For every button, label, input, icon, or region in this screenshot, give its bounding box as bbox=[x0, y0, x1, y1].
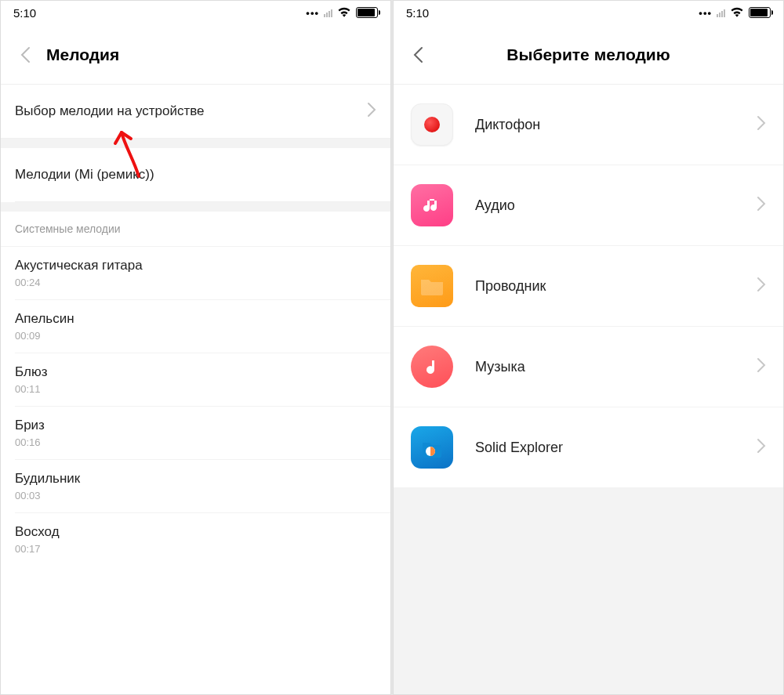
music-icon bbox=[411, 346, 453, 388]
song-row[interactable]: Бриз 00:16 bbox=[15, 407, 390, 460]
status-icons: ••• bbox=[699, 6, 771, 20]
song-row[interactable]: Будильник 00:03 bbox=[15, 460, 390, 513]
app-label: Аудио bbox=[453, 197, 757, 214]
song-duration: 00:11 bbox=[15, 383, 376, 395]
status-icons: ••• bbox=[306, 6, 378, 20]
app-row-audio[interactable]: Аудио bbox=[394, 165, 783, 246]
wifi-icon bbox=[730, 6, 744, 20]
song-duration: 00:24 bbox=[15, 277, 376, 288]
app-label: Диктофон bbox=[453, 117, 757, 133]
header-left: Мелодия bbox=[1, 24, 390, 85]
song-title: Апельсин bbox=[15, 311, 376, 327]
song-row[interactable]: Блюз 00:11 bbox=[15, 353, 390, 407]
app-row-files[interactable]: Проводник bbox=[394, 246, 783, 327]
song-title: Будильник bbox=[15, 471, 376, 487]
mi-remix-row[interactable]: Мелодии (Mi (ремикс)) bbox=[15, 148, 390, 202]
status-bar: 5:10 ••• bbox=[1, 1, 390, 24]
song-duration: 00:09 bbox=[15, 330, 376, 342]
song-duration: 00:17 bbox=[15, 543, 376, 555]
song-duration: 00:16 bbox=[15, 436, 376, 448]
system-melodies-header: Системные мелодии bbox=[1, 212, 390, 247]
chevron-right-icon bbox=[757, 357, 766, 376]
battery-icon bbox=[749, 7, 771, 18]
status-time: 5:10 bbox=[406, 6, 429, 20]
files-icon bbox=[411, 265, 453, 307]
signal-icon bbox=[717, 8, 725, 17]
app-row-music[interactable]: Музыка bbox=[394, 327, 783, 407]
chevron-right-icon bbox=[757, 438, 766, 457]
song-title: Акустическая гитара bbox=[15, 258, 376, 273]
more-dots-icon: ••• bbox=[699, 7, 712, 19]
signal-icon bbox=[324, 8, 332, 17]
app-label: Solid Explorer bbox=[453, 440, 757, 456]
phone-left: 5:10 ••• Мелодия Выбор мелодии на устрой… bbox=[0, 0, 391, 695]
chevron-right-icon bbox=[367, 102, 376, 121]
chevron-right-icon bbox=[757, 115, 766, 134]
app-row-solid-explorer[interactable]: Solid Explorer bbox=[394, 407, 783, 488]
song-row[interactable]: Акустическая гитара 00:24 bbox=[15, 247, 390, 300]
app-row-recorder[interactable]: Диктофон bbox=[394, 85, 783, 165]
section-gap bbox=[1, 202, 390, 212]
section-gap bbox=[1, 139, 390, 148]
song-row[interactable]: Апельсин 00:09 bbox=[15, 300, 390, 353]
recorder-icon bbox=[411, 103, 453, 146]
song-title: Восход bbox=[15, 524, 376, 540]
battery-icon bbox=[356, 7, 378, 18]
chevron-right-icon bbox=[757, 196, 766, 215]
audio-icon bbox=[411, 184, 453, 226]
chevron-right-icon bbox=[757, 277, 766, 295]
mi-remix-label: Мелодии (Mi (ремикс)) bbox=[15, 167, 376, 183]
choose-on-device-row[interactable]: Выбор мелодии на устройстве bbox=[1, 85, 390, 139]
status-time: 5:10 bbox=[13, 6, 36, 20]
app-label: Проводник bbox=[453, 278, 757, 295]
solid-explorer-icon bbox=[411, 426, 453, 469]
chevron-left-icon bbox=[20, 46, 31, 63]
back-button[interactable] bbox=[13, 43, 37, 67]
app-label: Музыка bbox=[453, 359, 757, 375]
song-title: Блюз bbox=[15, 364, 376, 380]
header-right: Выберите мелодию bbox=[394, 24, 783, 85]
wifi-icon bbox=[337, 6, 351, 20]
song-title: Бриз bbox=[15, 418, 376, 433]
status-bar: 5:10 ••• bbox=[394, 1, 783, 24]
page-title: Выберите мелодию bbox=[406, 45, 771, 64]
choose-on-device-label: Выбор мелодии на устройстве bbox=[15, 103, 367, 119]
phone-right: 5:10 ••• Выберите мелодию Диктофон bbox=[393, 0, 784, 695]
page-title: Мелодия bbox=[46, 45, 119, 64]
song-row[interactable]: Восход 00:17 bbox=[15, 513, 390, 566]
song-duration: 00:03 bbox=[15, 490, 376, 501]
more-dots-icon: ••• bbox=[306, 7, 319, 19]
